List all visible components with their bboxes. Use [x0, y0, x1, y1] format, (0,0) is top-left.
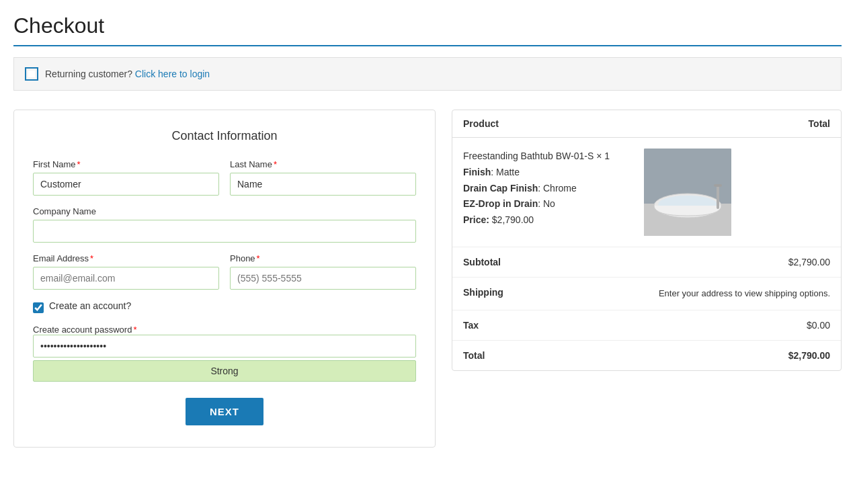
total-row: Total $2,790.00 — [452, 340, 841, 370]
product-ez-drop: EZ-Drop in Drain: No — [463, 196, 622, 212]
product-header: Product — [452, 110, 633, 138]
password-row: Create account password* Strong — [33, 324, 416, 382]
product-details: Freestanding Bathtub BW-01-S × 1 Finish:… — [463, 149, 622, 228]
shipping-value: Enter your address to view shipping opti… — [633, 278, 841, 310]
first-name-group: First Name* — [33, 159, 219, 196]
password-label: Create account password* — [33, 325, 136, 335]
company-name-input[interactable] — [33, 220, 416, 243]
company-name-label: Company Name — [33, 206, 416, 216]
password-input[interactable] — [33, 335, 416, 358]
total-label: Total — [452, 340, 633, 370]
order-summary-panel: Product Total Freestanding Bathtub BW-01… — [452, 110, 842, 371]
next-button-row: NEXT — [33, 398, 416, 425]
name-row: First Name* Last Name* — [33, 159, 416, 196]
page-title: Checkout — [13, 13, 842, 38]
title-divider — [13, 45, 842, 46]
contact-panel: Contact Information First Name* Last Nam… — [13, 110, 436, 448]
order-table-header-row: Product Total — [452, 110, 841, 138]
subtotal-value: $2,790.00 — [633, 247, 841, 278]
product-thumbnail — [644, 149, 731, 236]
phone-required: * — [257, 253, 260, 263]
tax-label: Tax — [452, 310, 633, 340]
returning-customer-icon — [25, 67, 38, 81]
returning-customer-bar: Returning customer? Click here to login — [13, 57, 842, 91]
shipping-row: Shipping Enter your address to view ship… — [452, 278, 841, 310]
create-account-label: Create an account? — [49, 300, 131, 311]
subtotal-row: Subtotal $2,790.00 — [452, 247, 841, 278]
company-row: Company Name — [33, 206, 416, 243]
password-required: * — [133, 325, 136, 335]
product-image-cell — [633, 138, 841, 247]
login-link[interactable]: Click here to login — [135, 69, 210, 79]
tax-row: Tax $0.00 — [452, 310, 841, 340]
tax-value: $0.00 — [633, 310, 841, 340]
product-drain-cap: Drain Cap Finish: Chrome — [463, 181, 622, 197]
svg-rect-5 — [717, 185, 719, 209]
phone-label: Phone* — [230, 253, 416, 263]
company-name-group: Company Name — [33, 206, 416, 243]
email-group: Email Address* — [33, 253, 219, 290]
first-name-label: First Name* — [33, 159, 219, 169]
product-row: Freestanding Bathtub BW-01-S × 1 Finish:… — [452, 138, 841, 247]
password-strength-indicator: Strong — [33, 360, 416, 382]
first-name-required: * — [77, 159, 81, 169]
bathtub-image — [644, 149, 731, 236]
product-details-cell: Freestanding Bathtub BW-01-S × 1 Finish:… — [452, 138, 633, 247]
shipping-label: Shipping — [452, 278, 633, 310]
last-name-input[interactable] — [230, 173, 416, 196]
last-name-group: Last Name* — [230, 159, 416, 196]
total-value: $2,790.00 — [633, 340, 841, 370]
phone-input[interactable] — [230, 267, 416, 290]
email-input[interactable] — [33, 267, 219, 290]
next-button[interactable]: NEXT — [186, 398, 263, 425]
email-label: Email Address* — [33, 253, 219, 263]
subtotal-label: Subtotal — [452, 247, 633, 278]
returning-customer-text: Returning customer? Click here to login — [45, 69, 210, 79]
product-name: Freestanding Bathtub BW-01-S × 1 — [463, 149, 622, 165]
product-price: Price: $2,790.00 — [463, 212, 622, 228]
create-account-checkbox[interactable] — [33, 302, 44, 313]
create-account-row: Create an account? — [33, 300, 416, 314]
email-required: * — [90, 253, 93, 263]
order-table: Product Total Freestanding Bathtub BW-01… — [452, 110, 841, 370]
contact-title: Contact Information — [33, 129, 416, 143]
total-header: Total — [633, 110, 841, 138]
shipping-note: Enter your address to view shipping opti… — [644, 287, 830, 300]
product-finish: Finish: Matte — [463, 165, 622, 181]
last-name-required: * — [274, 159, 277, 169]
first-name-input[interactable] — [33, 173, 219, 196]
main-content: Contact Information First Name* Last Nam… — [13, 110, 842, 448]
phone-group: Phone* — [230, 253, 416, 290]
svg-rect-6 — [714, 184, 722, 187]
last-name-label: Last Name* — [230, 159, 416, 169]
email-phone-row: Email Address* Phone* — [33, 253, 416, 290]
